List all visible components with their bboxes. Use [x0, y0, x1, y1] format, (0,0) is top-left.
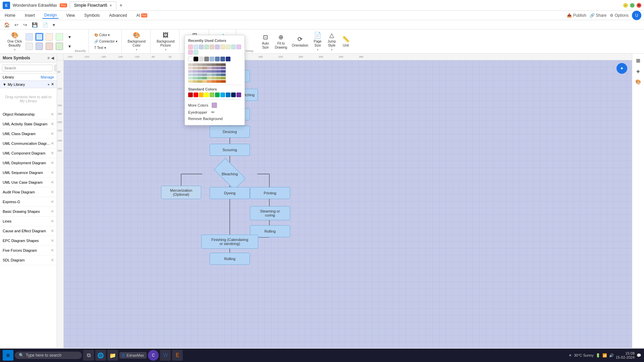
taskbar-browser[interactable]: 🌐: [95, 350, 106, 361]
unit-btn[interactable]: 📏 Unit: [339, 34, 353, 49]
grad-4[interactable]: [202, 63, 207, 66]
style-btn-1[interactable]: [24, 33, 34, 41]
sidebar-item-sdl[interactable]: SDL Diagram ✕: [0, 255, 57, 265]
grad-7[interactable]: [216, 63, 221, 66]
swatch-cream[interactable]: [220, 45, 225, 49]
sidebar-expand-btn[interactable]: ≡: [47, 56, 50, 60]
menu-symbols[interactable]: Symbols: [82, 12, 102, 18]
std-green[interactable]: [215, 93, 220, 97]
background-color-btn[interactable]: 🎨 BackgroundColor ▾: [126, 30, 148, 53]
more-shape-styles-btn[interactable]: ▾: [65, 42, 74, 51]
menu-home[interactable]: Home: [3, 12, 17, 18]
shape-style-4[interactable]: [55, 42, 64, 51]
active-tab[interactable]: Simple Flowchart6 ✕: [70, 1, 116, 9]
manage-btn[interactable]: Manage: [41, 75, 54, 79]
canvas-area[interactable]: -260 -220 -180 -140 -100 -60 -20 20 60 1…: [57, 54, 632, 348]
one-click-beautify-btn[interactable]: 🎨 One ClickBeautify ▾: [5, 30, 24, 53]
add-library-btn[interactable]: +: [48, 82, 50, 86]
swatch-aqua[interactable]: [194, 50, 198, 55]
taskbar-taskview[interactable]: ⧉: [83, 350, 94, 361]
eyedropper-row[interactable]: Eyedropper ✏: [188, 109, 241, 116]
publish-btn[interactable]: 📤 Publish: [567, 13, 586, 18]
node-steaming[interactable]: Steaming orcuring: [250, 206, 290, 220]
style-btn-2[interactable]: [35, 33, 44, 41]
close-uml-activity[interactable]: ✕: [51, 122, 54, 126]
node-finishing[interactable]: Finishing (Calendaringor stentiring): [201, 235, 258, 249]
close-object-rel[interactable]: ✕: [51, 112, 54, 117]
maximize-btn[interactable]: □: [630, 3, 635, 8]
menu-ai[interactable]: AI hot: [135, 12, 150, 18]
swatch-lblue[interactable]: [194, 45, 198, 49]
more-colors-row[interactable]: More Colors: [188, 102, 241, 109]
swatch-slategray[interactable]: [215, 57, 220, 61]
taskbar-edraw2[interactable]: E: [172, 350, 183, 361]
close-uml-usecase[interactable]: ✕: [51, 180, 54, 185]
close-cause[interactable]: ✕: [51, 229, 54, 233]
options-btn[interactable]: ⚙ Options: [610, 13, 629, 18]
std-darkred[interactable]: [188, 93, 193, 97]
node-desizing[interactable]: Desizing: [210, 126, 250, 138]
style-btn-3[interactable]: [45, 33, 54, 41]
swatch-white[interactable]: [188, 57, 193, 61]
grad-3[interactable]: [198, 63, 202, 66]
std-dark-blue[interactable]: [231, 93, 236, 97]
sidebar-item-uml-comm[interactable]: UML Communication Diagr... ✕: [0, 139, 57, 148]
grad-5[interactable]: [207, 63, 212, 66]
export-btn[interactable]: 📄: [41, 21, 49, 28]
close-sdl[interactable]: ✕: [51, 258, 54, 262]
jump-style-btn[interactable]: △ JumpStyle ▾: [325, 30, 338, 53]
std-red[interactable]: [194, 93, 198, 97]
sidebar-collapse-btn[interactable]: ◀: [51, 56, 54, 60]
swatch-navy[interactable]: [226, 57, 230, 61]
auto-size-btn[interactable]: ⊡ AutoSize: [259, 32, 272, 51]
sidebar-item-uml-sequence[interactable]: UML Sequence Diagram ✕: [0, 168, 57, 178]
sidebar-item-uml-class[interactable]: UML Class Diagram ✕: [0, 129, 57, 139]
rp-format-btn[interactable]: ▦: [634, 56, 643, 65]
menu-advanced[interactable]: Advanced: [107, 12, 129, 18]
redo-btn[interactable]: ↪: [22, 21, 29, 28]
node-mercerization[interactable]: Mercerization(Optional): [161, 186, 201, 199]
swatch-teal[interactable]: [231, 45, 236, 49]
save-btn[interactable]: 💾: [31, 21, 39, 28]
sidebar-item-object-relationship[interactable]: Object Relationship ✕: [0, 110, 57, 119]
sidebar-item-five-forces[interactable]: Five Forces Diagram ✕: [0, 246, 57, 255]
home-qa[interactable]: 🏠: [3, 21, 11, 28]
swatch-pink[interactable]: [188, 45, 193, 49]
swatch-peach[interactable]: [210, 45, 214, 49]
std-yellow[interactable]: [204, 93, 209, 97]
style-btn-4[interactable]: [55, 33, 64, 41]
swatch-lightgray[interactable]: [199, 57, 204, 61]
minimize-btn[interactable]: −: [623, 3, 628, 8]
start-btn[interactable]: ⊞: [3, 350, 13, 361]
close-uml-comm[interactable]: ✕: [51, 141, 54, 146]
close-audit[interactable]: ✕: [51, 190, 54, 194]
canvas-content[interactable]: Gray Fabric Fabric inspection and stitch…: [64, 60, 632, 348]
taskbar-cortana[interactable]: C: [148, 350, 159, 361]
close-five-forces[interactable]: ✕: [51, 248, 54, 253]
std-purple[interactable]: [236, 93, 241, 97]
menu-design[interactable]: Design: [42, 12, 59, 19]
background-picture-btn[interactable]: 🖼 BackgroundPicture ▾: [155, 31, 176, 53]
close-uml-component[interactable]: ✕: [51, 151, 54, 156]
grad-1[interactable]: [188, 63, 193, 66]
swatch-mint[interactable]: [204, 45, 209, 49]
node-scouring[interactable]: Scouring: [210, 144, 250, 156]
notification-icon[interactable]: 💬: [637, 353, 641, 358]
more-qa[interactable]: ▾: [51, 21, 56, 28]
taskbar-search[interactable]: 🔍 Type here to search: [15, 352, 82, 359]
close-epc[interactable]: ✕: [51, 238, 54, 243]
sidebar-item-uml-activity[interactable]: UML Activity State Diagram ✕: [0, 119, 57, 129]
shape-style-3[interactable]: [45, 42, 54, 51]
connector-dropdown[interactable]: 🔗 Connector ▾: [93, 39, 119, 44]
tab-close[interactable]: ✕: [109, 4, 112, 7]
edrawmax-taskbar[interactable]: E EdrawMax: [119, 352, 147, 359]
swatch-rose[interactable]: [188, 50, 193, 55]
search-button[interactable]: Search: [54, 65, 57, 71]
swatch-periwinkle[interactable]: [210, 57, 214, 61]
sidebar-item-epc[interactable]: EPC Diagram Shapes ✕: [0, 236, 57, 246]
swatch-lime[interactable]: [226, 45, 230, 49]
grad-8[interactable]: [221, 63, 226, 66]
search-input[interactable]: [2, 65, 53, 71]
sidebar-item-audit-flow[interactable]: Audit Flow Diagram ✕: [0, 187, 57, 197]
remove-background-btn[interactable]: Remove Background: [188, 116, 241, 122]
